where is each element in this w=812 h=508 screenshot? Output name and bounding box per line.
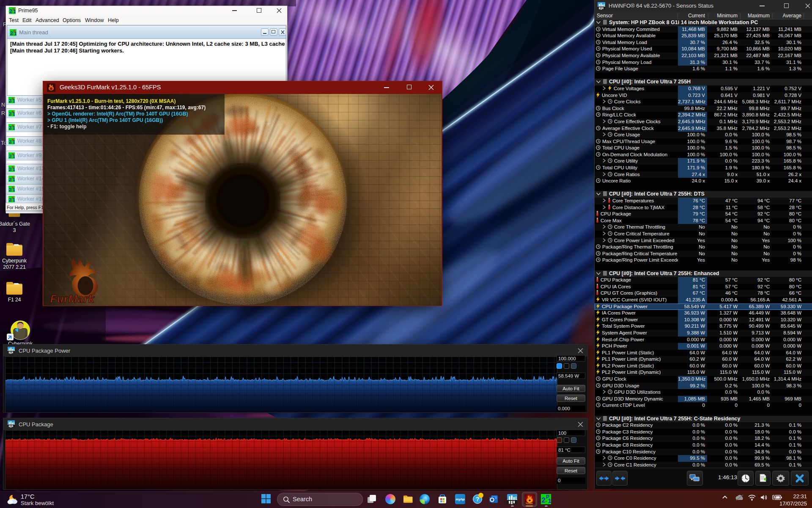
svg-text:1: 1: [13, 99, 15, 103]
svg-text:1: 1: [14, 31, 17, 36]
svg-text:1: 1: [13, 112, 15, 116]
svg-text:-: -: [546, 497, 548, 504]
svg-text:1: 1: [548, 497, 551, 504]
svg-text:1: 1: [13, 177, 15, 182]
svg-text:1: 1: [13, 167, 15, 172]
svg-text:1: 1: [13, 140, 15, 144]
svg-text:1: 1: [13, 154, 15, 159]
svg-text:1: 1: [13, 126, 15, 130]
svg-text:1: 1: [13, 188, 15, 192]
svg-text:1: 1: [13, 198, 15, 202]
svg-text:FurMark: FurMark: [526, 502, 533, 505]
svg-text:FurMark: FurMark: [50, 293, 95, 305]
svg-text:2: 2: [542, 496, 546, 504]
svg-text:1: 1: [14, 9, 16, 14]
